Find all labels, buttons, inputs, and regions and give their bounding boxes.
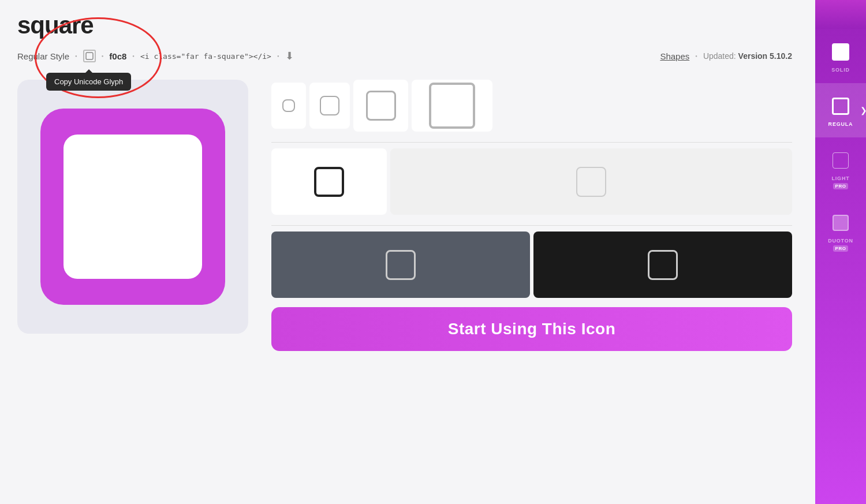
- main-content: square Regular Style ● ● f0c8 ● <i class…: [0, 0, 815, 504]
- divider-1: [271, 142, 792, 143]
- variant-xs[interactable]: [271, 83, 306, 129]
- meta-right: Shapes ● Updated: Version 5.10.2: [660, 51, 792, 61]
- svg-rect-0: [86, 53, 93, 59]
- sq-light: [576, 167, 606, 197]
- solid-sq: [832, 43, 849, 61]
- duotone-icon-box: [828, 210, 853, 236]
- meta-row: Regular Style ● ● f0c8 ● <i class="far f…: [17, 50, 792, 62]
- sq-lg: [429, 83, 475, 129]
- sq-xs: [282, 99, 295, 112]
- variant-lg[interactable]: [412, 80, 492, 132]
- variant-sm[interactable]: [309, 83, 350, 129]
- dot-3: ●: [132, 54, 135, 58]
- unicode-code[interactable]: f0c8: [109, 51, 126, 61]
- dot-1: ●: [75, 54, 77, 58]
- duotone-pro-badge: PRO: [833, 245, 849, 252]
- sidebar-label-duotone: DUOTON: [828, 238, 853, 244]
- unicode-icon-preview[interactable]: [83, 50, 96, 62]
- variants-panel: Start Using This Icon: [271, 80, 792, 351]
- regular-sq: [832, 98, 849, 115]
- regular-icon-box: [828, 94, 853, 119]
- light-sq: [833, 152, 849, 169]
- style-label: Regular Style: [17, 51, 69, 61]
- variant-bold[interactable]: [271, 148, 387, 215]
- sidebar-label-solid: SOLID: [831, 67, 850, 73]
- sidebar-item-solid[interactable]: SOLID: [815, 29, 866, 83]
- sidebar-item-regular[interactable]: ❯ REGULA: [815, 83, 866, 137]
- icon-preview-inner: [40, 109, 225, 305]
- divider-2: [271, 225, 792, 226]
- download-icon[interactable]: ⬇: [285, 50, 294, 62]
- right-sidebar: SOLID ❯ REGULA LIGHT PRO DUOTON PRO: [815, 0, 866, 504]
- sidebar-item-light[interactable]: LIGHT PRO: [815, 137, 866, 200]
- icon-preview-box: [64, 135, 202, 279]
- html-code[interactable]: <i class="far fa-square"></i>: [140, 52, 271, 61]
- start-using-button[interactable]: Start Using This Icon: [271, 307, 792, 351]
- dot-2: ●: [102, 54, 104, 58]
- dot-4: ●: [277, 54, 279, 58]
- sq-dark-black: [648, 250, 678, 280]
- sidebar-item-duotone[interactable]: DUOTON PRO: [815, 200, 866, 262]
- sidebar-label-light: LIGHT: [832, 176, 850, 181]
- sq-dark-gray: [386, 250, 416, 280]
- variant-md[interactable]: [353, 80, 408, 132]
- solid-icon-box: [828, 39, 853, 65]
- variant-dark-gray[interactable]: [271, 232, 530, 298]
- sidebar-label-regular: REGULA: [828, 121, 853, 127]
- light-pro-badge: PRO: [833, 183, 849, 189]
- variant-dark-black[interactable]: [533, 232, 792, 298]
- sidebar-top: [815, 0, 866, 29]
- duotone-sq: [833, 215, 849, 231]
- sq-md: [366, 91, 396, 121]
- page-title: square: [17, 12, 792, 39]
- light-icon-box: [828, 148, 853, 173]
- chevron-right-icon: ❯: [860, 106, 866, 115]
- variant-light-pro[interactable]: [390, 148, 792, 215]
- dot-5: ●: [695, 54, 697, 58]
- version-text: Updated: Version 5.10.2: [703, 51, 792, 61]
- sq-bold: [314, 167, 344, 197]
- content-area: Start Using This Icon: [17, 80, 792, 351]
- icon-preview-container: [17, 80, 248, 334]
- sq-sm: [320, 96, 339, 115]
- shapes-link[interactable]: Shapes: [660, 51, 689, 61]
